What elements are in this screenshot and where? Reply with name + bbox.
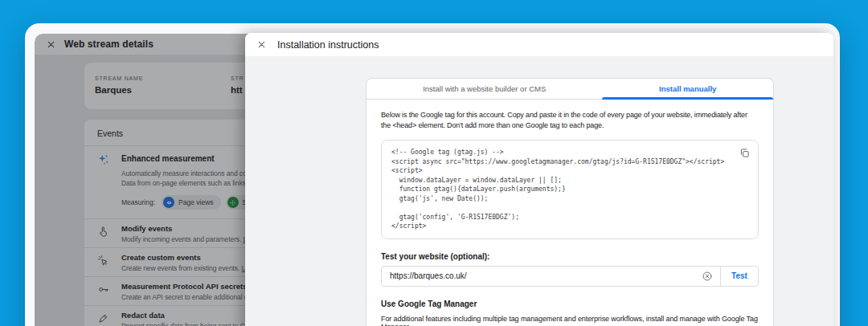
test-website-label: Test your website (optional):: [381, 252, 759, 261]
tab-install-with-builder[interactable]: Install with a website builder or CMS: [366, 79, 602, 99]
installation-header: Installation instructions: [245, 33, 833, 56]
installation-card: Install with a website builder or CMS In…: [366, 78, 774, 326]
test-website-row: Test: [381, 266, 759, 287]
app-window: Web stream details STREAM NAME Barques S…: [25, 23, 840, 326]
test-button[interactable]: Test: [721, 271, 758, 280]
google-tag-code-block: <!-- Google tag (gtag.js) --><script asy…: [381, 140, 759, 239]
install-tabs: Install with a website builder or CMS In…: [366, 79, 773, 100]
gtm-description: For additional features including multip…: [381, 315, 759, 326]
code-snippet: <!-- Google tag (gtag.js) --><script asy…: [391, 148, 748, 231]
copy-icon[interactable]: [739, 147, 750, 161]
gtm-heading: Use Google Tag Manager: [381, 300, 759, 308]
clear-icon[interactable]: [702, 271, 713, 282]
test-url-input[interactable]: [382, 271, 698, 280]
panel-title: Installation instructions: [277, 39, 379, 51]
install-intro-text: Below is the Google tag for this account…: [381, 110, 759, 131]
installation-body: Install with a website builder or CMS In…: [245, 56, 833, 326]
tab-install-manually[interactable]: Install manually: [602, 79, 773, 99]
close-icon[interactable]: [256, 39, 267, 51]
installation-instructions-panel: Installation instructions Install with a…: [245, 33, 833, 326]
